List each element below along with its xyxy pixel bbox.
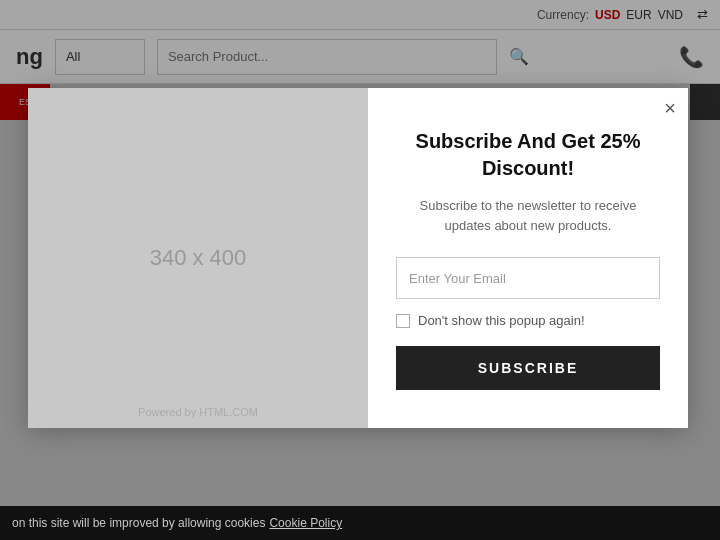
checkbox-label: Don't show this popup again! (418, 313, 585, 328)
no-popup-checkbox[interactable] (396, 314, 410, 328)
modal-title: Subscribe And Get 25% Discount! (396, 128, 660, 182)
close-button[interactable]: × (664, 98, 676, 118)
cookie-text: on this site will be improved by allowin… (12, 516, 265, 530)
email-input[interactable] (396, 257, 660, 299)
checkbox-row: Don't show this popup again! (396, 313, 660, 328)
subscription-modal: 340 x 400 Powered by HTML.COM × Subscrib… (28, 88, 688, 428)
powered-by-label: Powered by HTML.COM (138, 406, 258, 418)
modal-description: Subscribe to the newsletter to receive u… (396, 196, 660, 235)
modal-image-panel: 340 x 400 Powered by HTML.COM (28, 88, 368, 428)
subscribe-button[interactable]: SUBSCRIBE (396, 346, 660, 390)
image-placeholder-label: 340 x 400 (150, 245, 247, 271)
cookie-bar: on this site will be improved by allowin… (0, 506, 720, 540)
cookie-policy-link[interactable]: Cookie Policy (269, 516, 342, 530)
modal-content-panel: × Subscribe And Get 25% Discount! Subscr… (368, 88, 688, 428)
